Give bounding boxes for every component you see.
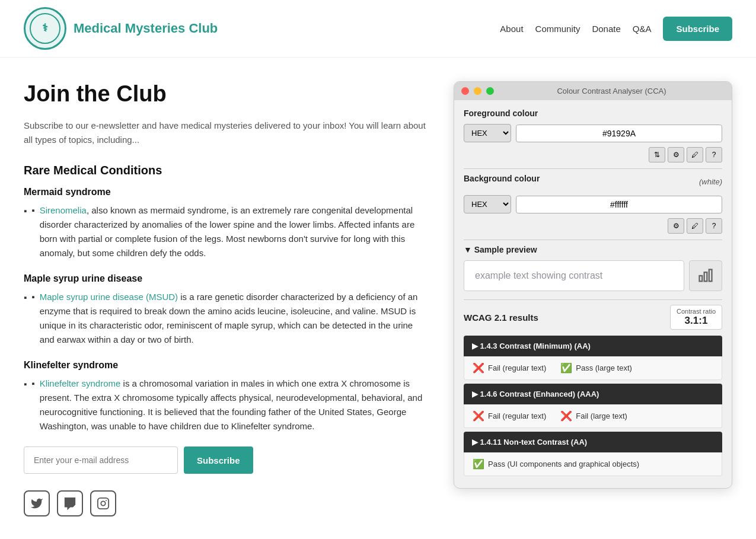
divider-1 <box>464 168 722 169</box>
result-1-4-3-pass-text: Pass (large text) <box>576 363 632 372</box>
foreground-format-select[interactable]: HEX <box>464 124 511 142</box>
accordion-1-4-11: ▶ 1.4.11 Non-text Contrast (AA) ✅ Pass (… <box>464 432 722 476</box>
fg-settings-button[interactable]: ⚙ <box>668 147 684 162</box>
background-label: Background colour <box>464 174 540 183</box>
accordion-1-4-11-header[interactable]: ▶ 1.4.11 Non-text Contrast (AA) <box>464 432 722 452</box>
background-label-row: Background colour (white) <box>464 174 722 189</box>
topic-link-klinefelter[interactable]: Klinefelter syndrome <box>40 378 121 388</box>
accordion-1-4-3-body: ❌ Fail (regular text) ✅ Pass (large text… <box>464 356 722 380</box>
background-row: HEX <box>464 195 722 213</box>
topic-body-mermaid: Sirenomelia, also known as mermaid syndr… <box>40 203 430 260</box>
result-1-4-6-fail2: ❌ Fail (large text) <box>560 410 627 422</box>
result-1-4-6-fail1: ❌ Fail (regular text) <box>473 410 546 422</box>
result-1-4-6-fail2-text: Fail (large text) <box>576 412 627 420</box>
twitch-icon[interactable] <box>57 490 83 516</box>
site-title: Medical Mysteries Club <box>74 21 218 36</box>
result-1-4-3-fail-text: Fail (regular text) <box>488 363 546 372</box>
foreground-value-input[interactable] <box>516 125 722 142</box>
sample-text: example text showing contrast <box>464 260 684 291</box>
result-1-4-3-pass: ✅ Pass (large text) <box>560 362 632 374</box>
accordion-1-4-3: ▶ 1.4.3 Contrast (Minimum) (AA) ❌ Fail (… <box>464 336 722 380</box>
background-tools: ⚙ 🖊 ? <box>464 218 722 234</box>
email-field[interactable] <box>24 446 178 474</box>
topic-link-maple[interactable]: Maple syrup urine disease (MSUD) <box>40 292 178 302</box>
background-note: (white) <box>699 177 722 186</box>
topic-heading-klinefelter: Klinefelter syndrome <box>24 360 430 371</box>
bar-chart-icon <box>697 267 714 284</box>
accordion-1-4-11-label: ▶ 1.4.11 Non-text Contrast (AA) <box>472 438 587 446</box>
svg-point-5 <box>101 501 105 505</box>
result-1-4-11-pass: ✅ Pass (UI components and graphical obje… <box>473 458 713 470</box>
divider-3 <box>464 299 722 300</box>
accordion-1-4-6-header[interactable]: ▶ 1.4.6 Contrast (Enhanced) (AAA) <box>464 384 722 404</box>
result-1-4-6-fail1-text: Fail (regular text) <box>488 412 546 420</box>
wcag-title: WCAG 2.1 results <box>464 312 538 323</box>
accordion-1-4-11-body: ✅ Pass (UI components and graphical obje… <box>464 452 722 476</box>
accordion-1-4-6-label: ▶ 1.4.6 Contrast (Enhanced) (AAA) <box>472 390 599 398</box>
cca-panel: Colour Contrast Analyser (CCA) Foregroun… <box>454 81 732 516</box>
cca-titlebar: Colour Contrast Analyser (CCA) <box>454 82 732 100</box>
foreground-label: Foreground colour <box>464 109 722 118</box>
bg-help-button[interactable]: ? <box>706 218 722 234</box>
logo-area: ⚕ Medical Mysteries Club <box>24 7 218 50</box>
sample-preview-area: example text showing contrast <box>464 260 722 291</box>
svg-point-6 <box>106 500 107 501</box>
topic-heading-maple: Maple syrup urine disease <box>24 273 430 284</box>
left-content: Join the Club Subscribe to our e-newslet… <box>24 81 430 516</box>
contrast-ratio-label: Contrast ratio <box>677 308 716 315</box>
instagram-icon[interactable] <box>90 490 116 516</box>
main-nav: About Community Donate Q&A Subscribe <box>500 17 732 41</box>
background-value-input[interactable] <box>516 196 722 213</box>
cca-body: Foreground colour HEX ⇅ ⚙ 🖊 ? Backgroun <box>454 100 732 488</box>
accordion-1-4-6: ▶ 1.4.6 Contrast (Enhanced) (AAA) ❌ Fail… <box>464 384 722 428</box>
nav-donate[interactable]: Donate <box>592 24 620 34</box>
sample-chart-button[interactable] <box>689 260 722 291</box>
main-content: Join the Club Subscribe to our e-newslet… <box>0 58 756 539</box>
foreground-row: HEX <box>464 124 722 142</box>
accordion-1-4-3-header[interactable]: ▶ 1.4.3 Contrast (Minimum) (AA) <box>464 336 722 356</box>
bg-eyedropper-button[interactable]: 🖊 <box>687 218 703 234</box>
topic-body-klinefelter: Klinefelter syndrome is a chromosomal va… <box>40 377 430 433</box>
nav-community[interactable]: Community <box>535 24 580 34</box>
foreground-tools: ⇅ ⚙ 🖊 ? <box>464 147 722 162</box>
fg-help-button[interactable]: ? <box>706 147 722 162</box>
nav-qa[interactable]: Q&A <box>633 24 652 34</box>
intro-text: Subscribe to our e-newsletter and have m… <box>24 119 430 147</box>
result-1-4-11-pass-text: Pass (UI components and graphical object… <box>488 460 639 468</box>
sample-preview-header: ▼ Sample preview <box>464 245 722 254</box>
cca-window: Colour Contrast Analyser (CCA) Foregroun… <box>454 81 732 489</box>
bg-settings-button[interactable]: ⚙ <box>668 218 684 234</box>
wcag-header: WCAG 2.1 results Contrast ratio 3.1:1 <box>464 305 722 330</box>
svg-rect-8 <box>704 272 707 281</box>
accordion-1-4-6-body: ❌ Fail (regular text) ❌ Fail (large text… <box>464 404 722 428</box>
logo-icon: ⚕ <box>24 7 66 50</box>
list-item: ▪ Sirenomelia, also known as mermaid syn… <box>24 203 430 260</box>
subscribe-button[interactable]: Subscribe <box>184 446 253 474</box>
contrast-ratio-value: 3.1:1 <box>677 315 716 327</box>
accordion-1-4-3-label: ▶ 1.4.3 Contrast (Minimum) (AA) <box>472 342 591 350</box>
page-title: Join the Club <box>24 81 430 107</box>
divider-2 <box>464 240 722 240</box>
result-1-4-3-fail: ❌ Fail (regular text) <box>473 362 546 374</box>
contrast-ratio-box: Contrast ratio 3.1:1 <box>670 305 722 330</box>
topic-link-mermaid[interactable]: Sirenomelia <box>40 205 87 215</box>
list-item: ▪ Klinefelter syndrome is a chromosomal … <box>24 377 430 433</box>
list-item: ▪ Maple syrup urine disease (MSUD) is a … <box>24 290 430 347</box>
nav-subscribe-button[interactable]: Subscribe <box>663 17 732 41</box>
svg-rect-9 <box>709 270 712 282</box>
swap-button[interactable]: ⇅ <box>649 147 665 162</box>
background-format-select[interactable]: HEX <box>464 195 511 213</box>
twitter-icon[interactable] <box>24 490 50 516</box>
close-button[interactable] <box>461 87 469 95</box>
cca-title: Colour Contrast Analyser (CCA) <box>499 87 725 95</box>
fg-eyedropper-button[interactable]: 🖊 <box>687 147 703 162</box>
minimize-button[interactable] <box>474 87 481 95</box>
social-icons <box>24 490 430 516</box>
fail-icon: ❌ <box>560 410 572 422</box>
topic-body-maple: Maple syrup urine disease (MSUD) is a ra… <box>40 290 430 347</box>
fail-icon: ❌ <box>473 362 484 374</box>
nav-about[interactable]: About <box>500 24 523 34</box>
maximize-button[interactable] <box>486 87 494 95</box>
svg-rect-4 <box>98 498 109 509</box>
pass-icon: ✅ <box>560 362 572 374</box>
